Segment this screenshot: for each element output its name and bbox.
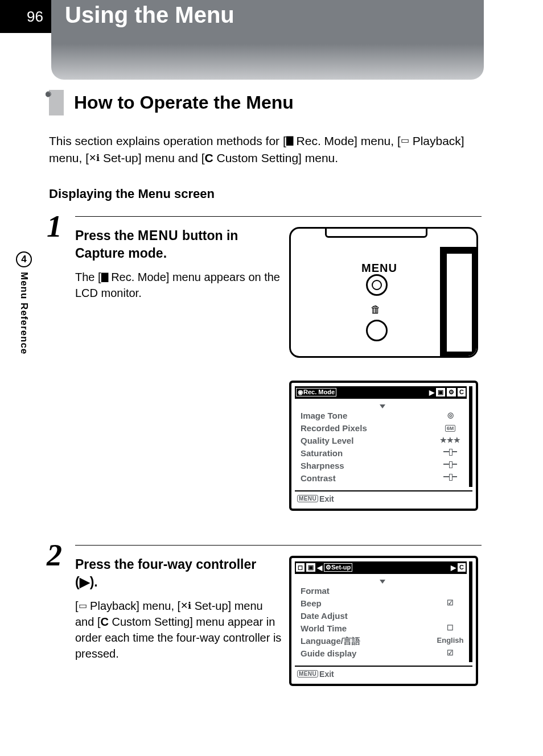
tab-setup: ⚙: [447, 388, 456, 396]
quality-stars: ★★★: [436, 435, 464, 446]
saturation-slider: ⬢: [436, 448, 464, 458]
menu-button-pill: MENU: [297, 495, 318, 502]
checkbox-checked-icon: ☑: [436, 648, 464, 659]
menu-row: Contrast◐: [301, 472, 464, 485]
language-value: English: [436, 635, 464, 646]
setup-icon: ✕ℹ: [89, 154, 100, 163]
play-icon: ▭: [401, 136, 409, 145]
tab-arrow-right-icon: ▶: [451, 564, 456, 572]
lcd-menu-body: Image Tone◎ Recorded Pixels6M Quality Le…: [295, 399, 467, 487]
lower-button-icon: [366, 320, 388, 341]
subheading: Displaying the Menu screen: [49, 187, 482, 201]
image-tone-icon: ◎: [436, 410, 464, 421]
trash-icon: 🗑: [371, 304, 383, 316]
scroll-down-icon: [380, 580, 385, 584]
menu-button-pill: MENU: [297, 670, 318, 677]
chapter-label: Menu Reference: [18, 272, 30, 354]
page-number-tab: 96: [0, 0, 51, 33]
lcd-footer: MENUExit: [295, 666, 472, 680]
chapter-title: Using the Menu: [65, 2, 235, 27]
checkbox-empty-icon: ☐: [436, 623, 464, 634]
pixels-badge: 6M: [445, 425, 456, 432]
page-number: 96: [27, 8, 43, 26]
lcd-rec-mode-menu: ◉ Rec. Mode ▶ ▣ ⚙ C Image Tone◎ Recorded…: [289, 381, 478, 511]
menu-row: Beep☑: [301, 597, 464, 610]
step-number: 1: [47, 216, 62, 238]
tab-arrow-right-icon: ▶: [429, 389, 434, 396]
lcd-setup-menu: ◻ ▣ ◀ ⚙ Set-up ▶ C Format Beep☑: [289, 556, 478, 686]
lcd-tab-bar: ◻ ▣ ◀ ⚙ Set-up ▶ C: [295, 561, 467, 574]
tab-playback: ▣: [306, 563, 315, 572]
tab-custom: C: [458, 388, 466, 396]
menu-row: Guide display☑: [301, 647, 464, 660]
checkbox-checked-icon: ☑: [436, 598, 464, 609]
menu-row: SharpnessⓈ: [301, 460, 464, 472]
menu-row: Language/言語English: [301, 635, 464, 647]
step-description: The [▇ Rec. Mode] menu appears on the LC…: [75, 269, 282, 301]
menu-row: Saturation⬢: [301, 447, 464, 460]
menu-row: Format: [301, 585, 464, 597]
step-body: Press the four-way controller (▶). [▭ Pl…: [75, 556, 289, 686]
step-2: 2 Press the four-way controller (▶). [▭ …: [49, 545, 482, 686]
lcd-menu-body: Format Beep☑ Date Adjust World Time☐ Lan…: [295, 574, 467, 662]
camera-illustration: MENU 🗑: [289, 227, 478, 358]
chapter-title-bar: Using the Menu: [51, 0, 484, 80]
scroll-down-icon: [380, 404, 385, 408]
menu-button-label: MENU: [361, 262, 397, 275]
chapter-number-badge: 4: [16, 251, 32, 267]
menu-row: Date Adjust: [301, 610, 464, 622]
tab-playback: ▣: [436, 388, 445, 396]
menu-row: World Time☐: [301, 622, 464, 635]
step-number: 2: [47, 545, 62, 567]
menu-row: Recorded Pixels6M: [301, 422, 464, 435]
step-title: Press the MENU button in Capture mode.: [75, 227, 282, 262]
setup-icon: ✕ℹ: [180, 601, 191, 610]
step-body: Press the MENU button in Capture mode. T…: [75, 227, 289, 511]
tab-rec-mode: ◉ Rec. Mode: [296, 388, 336, 396]
tab-rec: ◻: [296, 563, 305, 572]
menu-button-icon: [366, 274, 388, 296]
tab-arrow-left-icon: ◀: [317, 564, 322, 572]
intro-paragraph: This section explains operation methods …: [49, 133, 482, 167]
contrast-slider: ◐: [436, 473, 464, 484]
lcd-tab-bar: ◉ Rec. Mode ▶ ▣ ⚙ C: [295, 386, 467, 399]
tab-setup: ⚙ Set-up: [324, 563, 352, 572]
side-tab: 4 Menu Reference: [14, 251, 34, 354]
play-icon: ▭: [79, 601, 87, 610]
menu-row: Quality Level★★★: [301, 435, 464, 447]
sharpness-slider: Ⓢ: [436, 460, 464, 471]
camera-icon: ▇: [101, 272, 108, 282]
lcd-footer: MENUExit: [295, 490, 472, 505]
tab-custom: C: [458, 563, 466, 572]
step-title: Press the four-way controller (▶).: [75, 556, 282, 591]
menu-row: Image Tone◎: [301, 410, 464, 422]
page-content: How to Operate the Menu This section exp…: [49, 90, 482, 720]
section-heading: How to Operate the Menu: [49, 90, 482, 115]
step-1: 1 Press the MENU button in Capture mode.…: [49, 216, 482, 511]
step-description: [▭ Playback] menu, [✕ℹ Set-up] menu and …: [75, 598, 282, 662]
camera-icon: ▇: [286, 136, 293, 145]
